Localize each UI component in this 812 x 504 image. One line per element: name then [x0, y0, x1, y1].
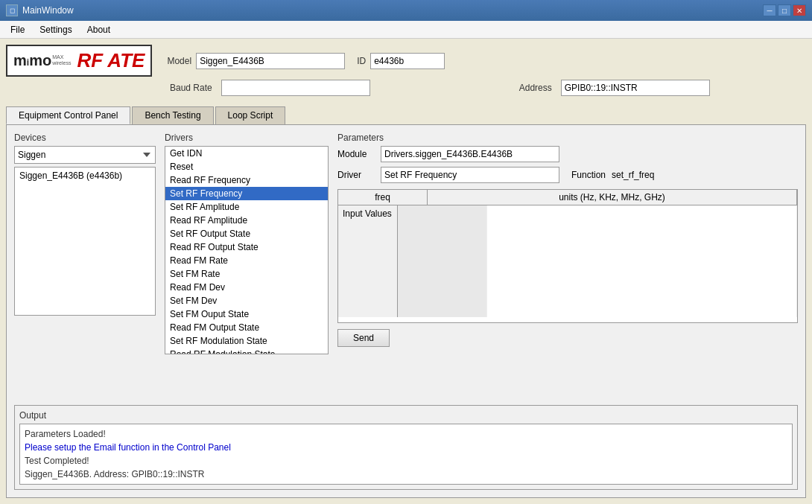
driver-item-readRFOutput[interactable]: Read RF Output State	[165, 240, 328, 254]
header-area-row2: Baud Rate Address	[170, 80, 806, 96]
menu-settings[interactable]: Settings	[32, 23, 79, 36]
driver-label: Driver	[337, 170, 375, 180]
params-table-header: freq units (Hz, KHz, MHz, GHz)	[338, 190, 797, 205]
tab-equipment-control-panel[interactable]: Equipment Control Panel	[6, 106, 130, 124]
params-col-freq: freq	[338, 190, 428, 205]
id-label: ID	[357, 56, 366, 66]
output-line-3: Test Completed!	[25, 454, 787, 468]
driver-item-readFMRate[interactable]: Read FM Rate	[165, 254, 328, 267]
title-bar: ◻ MainWindow ─ □ ✕	[0, 0, 812, 21]
baud-label: Baud Rate	[170, 83, 212, 93]
menu-about[interactable]: About	[80, 23, 118, 36]
drivers-label: Drivers	[165, 133, 329, 143]
driver-item-readRFMod[interactable]: Read RF Modulation State	[165, 348, 328, 354]
function-value: set_rf_freq	[612, 170, 654, 180]
address-input[interactable]	[561, 80, 710, 96]
header-area: m i mo MAX wireless RF ATE Model ID	[6, 45, 806, 77]
output-line-4: Siggen_E4436B. Address: GPIB0::19::INSTR	[25, 468, 787, 481]
params-table-body: Input Values	[338, 205, 797, 317]
output-line-1: Parameters Loaded!	[25, 427, 787, 441]
baud-field-group: Baud Rate	[170, 80, 370, 96]
driver-item-setRFAmp[interactable]: Set RF Amplitude	[165, 200, 328, 214]
driver-item-reset[interactable]: Reset	[165, 160, 328, 173]
model-input[interactable]	[196, 53, 345, 69]
driver-item-setFMOutput[interactable]: Set FM Ouput State	[165, 307, 328, 321]
driver-item-getIDN[interactable]: Get IDN	[165, 147, 328, 160]
minimize-button[interactable]: ─	[763, 4, 776, 16]
driver-item-readRFAmp[interactable]: Read RF Amplitude	[165, 214, 328, 227]
output-text: Parameters Loaded! Please setup the Emai…	[19, 424, 793, 485]
parameters-label: Parameters	[337, 133, 798, 143]
logo-rfate: RF ATE	[77, 49, 145, 72]
menu-file[interactable]: File	[3, 23, 32, 36]
drivers-column: Drivers Get IDN Reset Read RF Frequency …	[165, 133, 329, 399]
module-input[interactable]	[381, 146, 559, 162]
logo-maxwireless: MAX wireless	[52, 54, 71, 66]
params-row-label: Input Values	[338, 205, 398, 317]
parameters-column: Parameters Module Driver Function set_rf…	[337, 133, 798, 399]
params-cells	[398, 205, 797, 317]
driver-item-readFMOutput[interactable]: Read FM Output State	[165, 321, 328, 334]
driver-input[interactable]	[381, 167, 559, 183]
model-label: Model	[167, 56, 191, 66]
params-cell-units[interactable]	[487, 205, 797, 317]
address-label: Address	[519, 83, 552, 93]
devices-column: Devices Siggen Siggen_E4436B (e4436b)	[14, 133, 156, 399]
id-field-group: ID	[357, 53, 445, 69]
module-row: Module	[337, 146, 798, 162]
logo: m i mo MAX wireless RF ATE	[6, 45, 152, 77]
driver-item-setFMDev[interactable]: Set FM Dev	[165, 294, 328, 307]
model-field-group: Model	[167, 53, 345, 69]
device-list: Siggen_E4436B (e4436b)	[14, 167, 156, 316]
params-col-units: units (Hz, KHz, MHz, GHz)	[428, 190, 797, 205]
driver-item-setRFOutput[interactable]: Set RF Output State	[165, 227, 328, 240]
tab-loop-script[interactable]: Loop Script	[215, 106, 286, 124]
params-table: freq units (Hz, KHz, MHz, GHz) Input Val…	[337, 189, 798, 323]
function-label: Function	[571, 170, 606, 180]
restore-button[interactable]: □	[778, 4, 791, 16]
logo-mo: mo	[29, 52, 51, 69]
tab-bench-testing[interactable]: Bench Testing	[132, 106, 213, 124]
params-cell-freq[interactable]	[398, 205, 487, 317]
module-label: Module	[337, 149, 375, 159]
address-field-group: Address	[519, 80, 710, 96]
devices-dropdown[interactable]: Siggen	[14, 146, 156, 164]
id-input[interactable]	[370, 53, 445, 69]
output-label: Output	[19, 410, 793, 421]
output-section: Output Parameters Loaded! Please setup t…	[14, 405, 798, 490]
driver-item-readFMDev[interactable]: Read FM Dev	[165, 281, 328, 294]
logo-m: m	[13, 52, 27, 69]
header-fields: Model ID	[167, 53, 806, 69]
send-button[interactable]: Send	[337, 329, 390, 347]
driver-item-setRFMod[interactable]: Set RF Modulation State	[165, 334, 328, 348]
tab-content: Devices Siggen Siggen_E4436B (e4436b) Dr…	[6, 124, 806, 498]
columns-layout: Devices Siggen Siggen_E4436B (e4436b) Dr…	[14, 133, 798, 399]
drivers-list[interactable]: Get IDN Reset Read RF Frequency Set RF F…	[165, 146, 329, 354]
window-title: MainWindow	[22, 5, 74, 16]
driver-row: Driver Function set_rf_freq	[337, 167, 798, 183]
window-controls: ─ □ ✕	[763, 4, 806, 16]
driver-item-readRFFreq[interactable]: Read RF Frequency	[165, 173, 328, 187]
device-item[interactable]: Siggen_E4436B (e4436b)	[16, 169, 153, 182]
driver-item-setRFFreq[interactable]: Set RF Frequency	[165, 187, 328, 200]
devices-label: Devices	[14, 133, 156, 143]
baud-input[interactable]	[221, 80, 370, 96]
window-icon: ◻	[6, 4, 18, 16]
output-line-2: Please setup the Email function in the C…	[25, 441, 787, 454]
driver-item-setFMRate[interactable]: Set FM Rate	[165, 267, 328, 281]
tab-bar: Equipment Control Panel Bench Testing Lo…	[6, 106, 806, 124]
close-button[interactable]: ✕	[793, 4, 806, 16]
main-content: m i mo MAX wireless RF ATE Model ID Baud…	[0, 39, 812, 504]
menu-bar: File Settings About	[0, 21, 812, 39]
